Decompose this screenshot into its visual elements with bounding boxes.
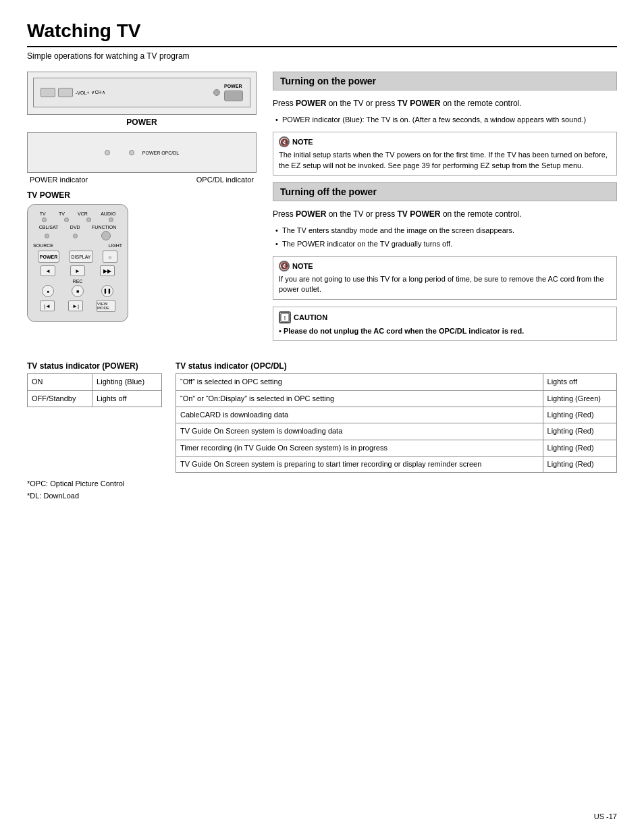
nav-row-3: |◄ ►| VIEW MODE [33,300,122,312]
turning-on-description: Press POWER on the TV or press TV POWER … [273,97,617,109]
footnote-dl: *DL: DownLoad [27,490,617,502]
footnote-opc: *OPC: Optical Picture Control [27,478,617,490]
status-section: TV status indicator (POWER) ONLighting (… [27,361,617,473]
remote-dots-row [33,217,122,222]
remote-top-labels: TV TV VCR AUDIO [33,211,122,216]
caution-header: ! CAUTION [279,311,611,323]
remote-mid-dots [33,231,122,240]
turning-off-bullet2: The POWER indicator on the TV gradually … [282,239,617,249]
vol-btn [41,88,55,97]
power-status-title: TV status indicator (POWER) [27,361,162,371]
source-light-row: SOURCE LIGHT [33,243,122,248]
light-label: LIGHT [108,243,122,248]
opc-status-title: TV status indicator (OPC/DL) [176,361,617,371]
opc-status-table: “Off” is selected in OPC settingLights o… [176,373,617,473]
status-cell: Lighting (Red) [543,440,616,456]
turning-on-note: 🔇 NOTE The initial setup starts when the… [273,132,617,176]
turning-on-header: Turning on the power [273,72,617,90]
indicator-labels: POWER indicator OPC/DL indicator [27,176,257,184]
remote-prev-btn[interactable]: |◄ [40,301,55,311]
table-row: OFF/StandbyLights off [28,390,162,407]
vol-ch-controls: -VOL+ ∨CH∧ [41,88,105,97]
turning-on-bullet1: POWER indicator (Blue): The TV is on. (A… [282,115,617,125]
cbl-sat-label: CBL/SAT [39,225,59,230]
vol-minus: -VOL+ [76,90,89,95]
remote-pause-btn[interactable]: ❚❚ [101,285,113,297]
turning-off-note-header: 🔇 NOTE [279,261,611,271]
remote-rec-btn[interactable]: ● [42,285,54,297]
remote-stop-btn[interactable]: ■ [72,285,84,297]
vcr-label: VCR [78,211,88,216]
caution-icon: ! [279,311,291,323]
status-cell: Lights off [92,390,162,407]
turning-on-note-header: 🔇 NOTE [279,136,611,147]
remote-dot-6 [73,234,78,238]
audio-label: AUDIO [101,211,115,216]
footnotes: *OPC: Optical Picture Control *DL: DownL… [27,478,617,502]
ch-btn [58,88,73,97]
ch-control: ∨CH∧ [91,90,105,95]
remote-dot-3 [86,217,91,222]
tv-power-label: TV POWER [27,190,257,200]
table-row: ONLighting (Blue) [28,374,162,390]
status-cell: Lighting (Red) [543,407,616,423]
turning-off-bullet1: The TV enters standby mode and the image… [282,226,617,236]
note-icon-1: 🔇 [279,136,290,147]
page-title: Watching TV [27,20,617,47]
rec-label: REC [33,279,122,284]
remote-play-btn[interactable]: ► [70,265,85,276]
remote-dot-2 [64,217,69,222]
note-icon-2: 🔇 [279,261,290,271]
remote-dot-1 [42,217,47,222]
state-cell: OFF/Standby [28,390,92,407]
remote-back-btn[interactable]: ◄ [41,265,55,276]
caution-text: • Please do not unplug the AC cord when … [279,326,611,336]
status-cell: Lighting (Blue) [92,374,162,390]
power-indicator-circle [105,150,110,155]
table-row: “Off” is selected in OPC settingLights o… [176,374,617,390]
table-row: “On” or “On:Display” is selected in OPC … [176,390,617,407]
condition-cell: Timer recording (in TV Guide On Screen s… [176,440,543,456]
tv2-label: TV [59,211,65,216]
condition-cell: TV Guide On Screen system is downloading… [176,423,543,440]
power-text-small: POWER [224,84,243,88]
remote-next-btn[interactable]: ►| [68,301,83,311]
power-indicator-label: POWER indicator [30,176,88,184]
right-controls: POWER [213,84,243,101]
remote-light-btn[interactable]: ☼ [103,251,117,263]
tv-front-diagram: POWER OPC/DL [27,132,257,173]
tv-top-diagram: -VOL+ ∨CH∧ POWER [27,72,257,115]
remote-mid-labels: CBL/SAT DVD FUNCTION [33,225,122,230]
nav-row-2: ● ■ ❚❚ [33,285,122,297]
remote-power-btn[interactable]: POWER [38,251,59,263]
table-row: CableCARD is downloading dataLighting (R… [176,407,617,423]
page-number: US -17 [594,812,617,820]
remote-ff-btn[interactable]: ▶▶ [100,265,115,276]
nav-row-1: ◄ ► ▶▶ [33,265,122,276]
condition-cell: “Off” is selected in OPC setting [176,374,543,390]
power-button-top [224,90,243,101]
condition-cell: “On” or “On:Display” is selected in OPC … [176,390,543,407]
condition-cell: TV Guide On Screen system is preparing t… [176,457,543,473]
opc-status-table-container: TV status indicator (OPC/DL) “Off” is se… [176,361,617,473]
state-cell: ON [28,374,92,390]
turning-off-note: 🔇 NOTE If you are not going to use this … [273,256,617,300]
front-indicators: POWER OPC/DL [105,150,179,155]
table-row: Timer recording (in TV Guide On Screen s… [176,440,617,456]
power-diagram-label: POWER [27,118,257,127]
dvd-label: DVD [70,225,80,230]
turning-off-header: Turning off the power [273,182,617,201]
input-indicator [213,89,220,96]
status-cell: Lighting (Green) [543,390,616,407]
turning-off-note-text: If you are not going to use this TV for … [279,274,611,295]
tv-top-controls-diagram: -VOL+ ∨CH∧ POWER [33,78,250,107]
left-column: -VOL+ ∨CH∧ POWER POWER [27,72,257,348]
remote-view-mode-btn[interactable]: VIEW MODE [97,300,115,312]
power-status-table-container: TV status indicator (POWER) ONLighting (… [27,361,162,473]
status-cell: Lighting (Red) [543,423,616,440]
page-subtitle: Simple operations for watching a TV prog… [27,51,617,61]
svg-text:!: ! [284,314,286,321]
status-cell: Lights off [543,374,616,390]
remote-display-btn[interactable]: DISPLAY [69,251,93,263]
remote-dot-7 [101,231,111,240]
